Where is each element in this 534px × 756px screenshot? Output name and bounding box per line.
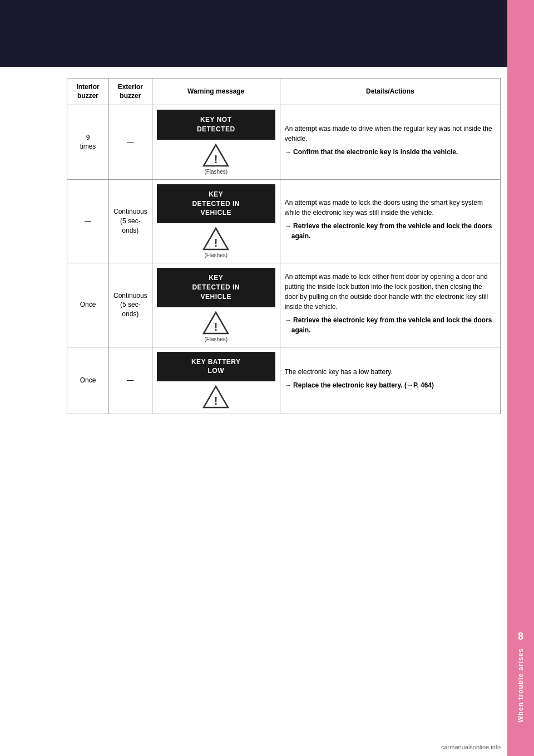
warning-message-cell: KEY NOT DETECTED!(Flashes)	[152, 105, 280, 180]
warning-icon-wrap: !(Flashes)	[157, 311, 275, 342]
interior-buzzer-cell: 9 times	[67, 105, 109, 180]
action-text: → Retrieve the electronic key from the v…	[285, 315, 496, 335]
action-text: → Confirm that the electronic key is ins…	[285, 147, 496, 157]
warning-icon-wrap: !(Flashes)	[157, 227, 275, 258]
warning-message-cell: KEY DETECTED IN VEHICLE!(Flashes)	[152, 179, 280, 263]
warning-message-cell: KEY BATTERY LOW!	[152, 347, 280, 414]
details-text: An attempt was made to drive when the re…	[285, 124, 496, 144]
warning-box: KEY BATTERY LOW	[157, 352, 275, 382]
table-row: —Continuous (5 sec- onds)KEY DETECTED IN…	[67, 179, 501, 263]
table-header-row: Interior buzzer Exterior buzzer Warning …	[67, 78, 501, 105]
warning-table: Interior buzzer Exterior buzzer Warning …	[67, 78, 501, 414]
exterior-buzzer-cell: Continuous (5 sec- onds)	[109, 179, 152, 263]
section-number: 8	[518, 631, 523, 642]
warning-triangle-icon: !	[202, 385, 230, 409]
svg-text:!: !	[214, 237, 218, 249]
warning-box: KEY DETECTED IN VEHICLE	[157, 184, 275, 223]
flashes-label: (Flashes)	[204, 169, 228, 175]
table-row: OnceContinuous (5 sec- onds)KEY DETECTED…	[67, 263, 501, 347]
details-text: An attempt was made to lock the doors us…	[285, 198, 496, 218]
sidebar-label: When trouble arises	[517, 648, 525, 723]
svg-text:!: !	[214, 395, 218, 407]
table-row: 9 times—KEY NOT DETECTED!(Flashes)An att…	[67, 105, 501, 180]
exterior-buzzer-cell: Continuous (5 sec- onds)	[109, 263, 152, 347]
right-sidebar: 8 When trouble arises	[507, 0, 534, 756]
flashes-label: (Flashes)	[204, 336, 228, 342]
warning-message-cell: KEY DETECTED IN VEHICLE!(Flashes)	[152, 263, 280, 347]
warning-icon-wrap: !	[157, 385, 275, 409]
header-details-actions: Details/Actions	[280, 78, 500, 105]
action-text: → Replace the electronic key battery. (→…	[285, 380, 496, 390]
warning-box: KEY NOT DETECTED	[157, 110, 275, 140]
svg-text:!: !	[214, 321, 218, 333]
header-interior-buzzer: Interior buzzer	[67, 78, 109, 105]
table-row: Once—KEY BATTERY LOW!The electronic key …	[67, 347, 501, 414]
details-text: The electronic key has a low battery.	[285, 367, 496, 377]
details-actions-cell: An attempt was made to lock the doors us…	[280, 179, 500, 263]
details-text: An attempt was made to lock either front…	[285, 272, 496, 312]
warning-box: KEY DETECTED IN VEHICLE	[157, 268, 275, 307]
svg-text:!: !	[214, 153, 218, 165]
details-actions-cell: An attempt was made to lock either front…	[280, 263, 500, 347]
top-band	[0, 0, 534, 67]
header-warning-message: Warning message	[152, 78, 280, 105]
flashes-label: (Flashes)	[204, 252, 228, 258]
interior-buzzer-cell: Once	[67, 263, 109, 347]
main-content: Interior buzzer Exterior buzzer Warning …	[67, 78, 501, 436]
warning-triangle-icon: !	[202, 311, 230, 335]
page-wrapper: 8 When trouble arises Interior buzzer Ex…	[0, 0, 534, 756]
action-text: → Retrieve the electronic key from the v…	[285, 221, 496, 241]
header-exterior-buzzer: Exterior buzzer	[109, 78, 152, 105]
exterior-buzzer-cell: —	[109, 347, 152, 414]
interior-buzzer-cell: Once	[67, 347, 109, 414]
warning-triangle-icon: !	[202, 143, 230, 168]
exterior-buzzer-cell: —	[109, 105, 152, 180]
details-actions-cell: The electronic key has a low battery.→ R…	[280, 347, 500, 414]
warning-icon-wrap: !(Flashes)	[157, 143, 275, 175]
details-actions-cell: An attempt was made to drive when the re…	[280, 105, 500, 180]
warning-triangle-icon: !	[202, 227, 230, 251]
interior-buzzer-cell: —	[67, 179, 109, 263]
bottom-logo: carmanualsonline.info	[441, 744, 501, 750]
